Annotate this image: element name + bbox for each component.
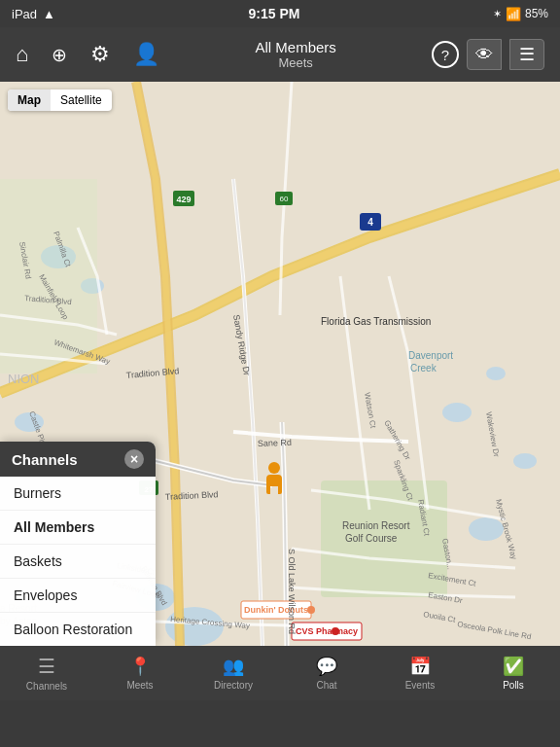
events-tab-label: Events bbox=[405, 680, 436, 691]
svg-point-9 bbox=[486, 367, 506, 380]
nav-right: ? 👁 ☰ bbox=[432, 39, 544, 70]
svg-text:NION: NION bbox=[8, 372, 40, 386]
svg-text:Florida Gas Transmission: Florida Gas Transmission bbox=[321, 316, 431, 327]
nav-bar: ⌂ ⊕ ⚙ 👤 All Members Meets ? 👁 ☰ bbox=[0, 27, 560, 82]
svg-rect-11 bbox=[0, 179, 97, 374]
channels-header: Channels × bbox=[0, 442, 156, 477]
nav-title-main: All Members bbox=[159, 39, 432, 55]
profile-icon[interactable]: 👤 bbox=[133, 42, 159, 67]
status-bar: iPad ▲ 9:15 PM ✶ 📶 85% bbox=[0, 0, 560, 27]
nav-title-sub: Meets bbox=[159, 55, 432, 70]
polls-tab-label: Polls bbox=[503, 680, 524, 691]
tab-chat[interactable]: 💬 Chat bbox=[280, 646, 373, 700]
home-icon[interactable]: ⌂ bbox=[16, 42, 28, 67]
map-container[interactable]: 4 429 27 60 Dunkin' Donuts CVS Pharmacy … bbox=[0, 82, 560, 646]
meets-tab-icon: 📍 bbox=[129, 656, 151, 677]
svg-point-61 bbox=[268, 462, 280, 474]
status-right: ✶ 📶 85% bbox=[493, 7, 548, 21]
channel-item-baskets[interactable]: Baskets bbox=[0, 545, 156, 579]
svg-point-8 bbox=[513, 453, 537, 469]
tab-polls[interactable]: ✅ Polls bbox=[467, 646, 560, 700]
tab-directory[interactable]: 👥 Directory bbox=[187, 646, 280, 700]
battery-label: 85% bbox=[525, 7, 548, 20]
svg-text:CVS Pharmacy: CVS Pharmacy bbox=[296, 626, 358, 636]
polls-tab-icon: ✅ bbox=[503, 656, 524, 677]
events-tab-icon: 📅 bbox=[409, 656, 431, 677]
svg-text:429: 429 bbox=[176, 195, 191, 204]
svg-point-22 bbox=[307, 606, 315, 614]
status-left: iPad ▲ bbox=[12, 7, 55, 21]
map-view-button[interactable]: Map bbox=[8, 89, 51, 111]
eye-button[interactable]: 👁 bbox=[467, 39, 502, 70]
globe-icon[interactable]: ⊕ bbox=[52, 44, 67, 66]
status-time: 9:15 PM bbox=[248, 6, 299, 21]
svg-text:Dunkin' Donuts: Dunkin' Donuts bbox=[244, 605, 308, 615]
chat-tab-icon: 💬 bbox=[316, 656, 337, 677]
chat-tab-label: Chat bbox=[316, 680, 336, 691]
svg-point-6 bbox=[442, 403, 472, 422]
tab-channels[interactable]: ☰ Channels bbox=[0, 646, 93, 700]
tab-bar: ☰ Channels 📍 Meets 👥 Directory 💬 Chat 📅 … bbox=[0, 646, 560, 700]
svg-text:S Old Lake Wilson Rd: S Old Lake Wilson Rd bbox=[287, 549, 297, 634]
carrier-label: iPad bbox=[12, 7, 37, 21]
bluetooth-icon: ✶ bbox=[493, 8, 502, 20]
svg-text:4: 4 bbox=[368, 217, 373, 228]
help-icon[interactable]: ? bbox=[432, 41, 459, 68]
wifi-signal-icon: 📶 bbox=[506, 7, 521, 21]
channel-item-burners[interactable]: Burners bbox=[0, 477, 156, 511]
directory-tab-label: Directory bbox=[214, 680, 253, 691]
channel-item-envelopes[interactable]: Envelopes bbox=[0, 579, 156, 613]
meets-tab-label: Meets bbox=[126, 680, 153, 691]
person-marker bbox=[262, 461, 286, 504]
tab-events[interactable]: 📅 Events bbox=[373, 646, 467, 700]
channels-tab-icon: ☰ bbox=[38, 655, 55, 678]
directory-tab-icon: 👥 bbox=[223, 656, 244, 677]
svg-text:Reunion Resort: Reunion Resort bbox=[342, 520, 410, 531]
channels-close-button[interactable]: × bbox=[124, 449, 144, 469]
channel-item-all-members[interactable]: All Members bbox=[0, 511, 156, 545]
svg-text:Sane Rd: Sane Rd bbox=[258, 438, 292, 448]
channels-title: Channels bbox=[12, 451, 78, 468]
wifi-icon: ▲ bbox=[43, 7, 55, 21]
channel-item-balloon-restoration[interactable]: Balloon Restoration bbox=[0, 613, 156, 646]
svg-text:Creek: Creek bbox=[410, 363, 438, 374]
channels-tab-label: Channels bbox=[26, 681, 67, 692]
channels-overlay: Channels × Burners All Members Baskets E… bbox=[0, 442, 156, 646]
svg-text:60: 60 bbox=[280, 195, 289, 203]
nav-title: All Members Meets bbox=[159, 39, 432, 70]
svg-point-7 bbox=[469, 517, 504, 541]
map-toggle: Map Satellite bbox=[8, 89, 112, 111]
svg-point-25 bbox=[332, 627, 339, 635]
nav-left-icons: ⌂ ⊕ ⚙ 👤 bbox=[16, 42, 159, 67]
svg-text:Davenport: Davenport bbox=[408, 350, 453, 361]
tab-meets[interactable]: 📍 Meets bbox=[93, 646, 187, 700]
svg-text:Golf Course: Golf Course bbox=[345, 533, 398, 544]
settings-icon[interactable]: ⚙ bbox=[90, 42, 110, 67]
menu-button[interactable]: ☰ bbox=[509, 39, 544, 70]
satellite-view-button[interactable]: Satellite bbox=[51, 89, 112, 111]
